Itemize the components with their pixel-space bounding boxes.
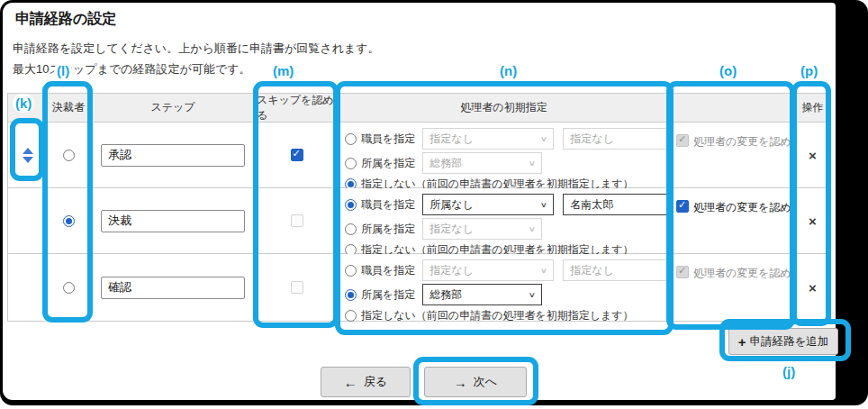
table-row-3-move-cell [8,254,48,322]
chevron-down-icon: ∨ [540,135,547,143]
approver-radio-row-3[interactable] [63,282,75,294]
table-row-3-change-cell: 処理者の変更を認める [671,254,795,322]
table-row-2-action-cell: × [795,188,831,254]
description-line-2: 最大10ステップまでの経路設定が可能です。 [13,61,251,77]
screenshot-stage: 申請経路の設定 申請経路を設定してください。上から順番に申請書が回覧されます。 … [0,0,868,409]
skip-checkbox-row-1[interactable] [291,149,303,161]
header-step: ステップ [90,94,257,123]
table-row-1-change-cell: 処理者の変更を認める [671,123,795,188]
assign-dept-radio-row-3[interactable] [345,289,357,301]
assign-dept-radio-row-2[interactable] [345,223,357,235]
table-row-1-action-cell: × [795,123,831,188]
chevron-down-icon: ∨ [529,225,536,233]
table-row-2-move-cell [8,188,48,254]
assign-dept-label: 所属を指定 [361,222,415,237]
skip-checkbox-row-2[interactable] [291,214,303,227]
allow-change-label: 処理者の変更を認める [693,200,802,215]
table-row-1-skip-cell [257,123,338,188]
table-row-2-change-cell: 処理者の変更を認める [671,188,795,254]
table-row-3-initial-cell: 職員を指定 指定なし∨ 指定なし∨ 所属を指定 総務部∨ 指定しない（前回の申請… [338,254,671,322]
assign-dept-label: 所属を指定 [361,156,415,171]
table-row-2-initial-cell: 職員を指定 所属なし∨ 名南太郎∨ 所属を指定 指定なし∨ 指定しない（前回の申… [338,188,671,254]
table-row-2-approver-cell [48,188,90,254]
dept-select-row-3[interactable]: 総務部∨ [422,284,542,305]
header-action: 操作 [795,94,831,123]
allow-change-checkbox-row-3[interactable] [676,266,689,278]
assign-dept-label: 所属を指定 [361,287,415,303]
assign-staff-label: 職員を指定 [361,197,415,213]
chevron-down-icon: ∨ [529,291,536,299]
staff-dept-select-row-1[interactable]: 指定なし∨ [422,128,554,150]
delete-row-button-row-3[interactable]: × [809,281,817,295]
assign-staff-radio-row-2[interactable] [345,199,357,211]
plus-icon: + [738,334,746,350]
back-button[interactable]: ← 戻る [321,367,411,397]
delete-row-button-row-2[interactable]: × [809,214,817,228]
move-up-icon [23,148,33,154]
chevron-down-icon: ∨ [540,201,547,209]
header-move [8,94,48,123]
table-row-3-action-cell: × [795,254,831,322]
staff-dept-select-row-3[interactable]: 指定なし∨ [422,259,554,281]
chevron-down-icon: ∨ [540,267,547,275]
allow-change-label: 処理者の変更を認める [693,266,802,281]
assign-staff-label: 職員を指定 [361,263,415,278]
table-row-2-skip-cell [257,188,338,254]
assign-none-radio-row-3[interactable] [345,310,357,322]
approver-radio-row-2[interactable] [63,215,75,227]
move-down-icon [23,157,33,163]
header-initial-assignee: 処理者の初期指定 [338,94,671,123]
table-row-3-step-cell [90,254,257,322]
arrow-left-icon: ← [344,375,357,390]
table-row-1-approver-cell [48,123,90,188]
delete-row-button-row-1[interactable]: × [809,149,817,162]
assign-none-label: 指定しない（前回の申請書の処理者を初期指定します） [361,308,634,323]
dept-select-row-1[interactable]: 総務部∨ [422,152,542,174]
move-row-handle[interactable] [23,148,33,163]
assign-staff-radio-row-3[interactable] [345,265,357,277]
page-title: 申請経路の設定 [15,10,116,29]
description-line-1: 申請経路を設定してください。上から順番に申請書が回覧されます。 [13,41,380,57]
route-table: 決裁者 ステップ スキップを認める 処理者の初期指定 操作 職員を指定 指定なし… [7,93,831,322]
table-row-3-skip-cell [257,254,338,322]
chevron-down-icon: ∨ [529,159,536,168]
staff-dept-select-row-2[interactable]: 所属なし∨ [422,194,554,215]
table-row-2-step-cell [90,188,257,254]
add-route-button[interactable]: + 申請経路を追加 [728,328,838,355]
header-approver: 決裁者 [48,94,90,123]
next-button[interactable]: → 次へ [424,367,527,397]
assign-staff-label: 職員を指定 [361,132,415,147]
header-change-permission [671,94,795,123]
allow-change-checkbox-row-2[interactable] [676,200,689,213]
table-row-1-step-cell [90,123,257,188]
step-name-input-row-3[interactable] [101,277,245,299]
table-row-1-initial-cell: 職員を指定 指定なし∨ 指定なし∨ 所属を指定 総務部∨ 指定しない（前回の申請… [338,123,671,188]
step-name-input-row-1[interactable] [101,144,245,167]
approver-radio-row-1[interactable] [63,150,75,161]
allow-change-checkbox-row-1[interactable] [676,134,689,147]
header-skip: スキップを認める [257,94,338,123]
arrow-right-icon: → [454,375,467,390]
skip-checkbox-row-3[interactable] [291,281,303,294]
step-name-input-row-2[interactable] [101,210,245,232]
table-row-1-move-cell [8,123,48,188]
allow-change-label: 処理者の変更を認める [693,134,802,150]
dept-select-row-2[interactable]: 指定なし∨ [422,218,542,240]
assign-staff-radio-row-1[interactable] [345,133,357,145]
assign-dept-radio-row-1[interactable] [345,158,357,169]
table-row-3-approver-cell [48,254,90,322]
